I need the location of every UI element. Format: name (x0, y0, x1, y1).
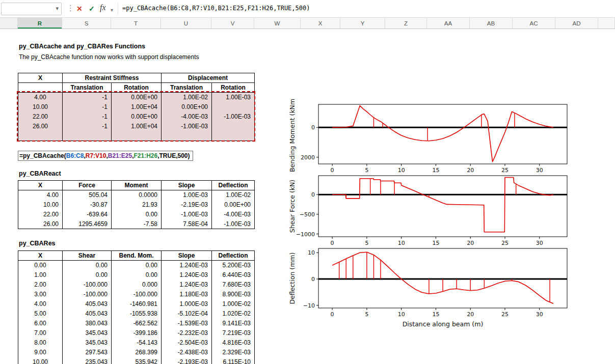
cell[interactable]: 1.240E-03 (162, 261, 212, 270)
cell[interactable]: -1055.938 (112, 309, 162, 319)
header-cell[interactable]: Rotation (212, 83, 255, 93)
cell[interactable]: -100.000 (63, 290, 112, 299)
column-header-t[interactable]: T (111, 18, 161, 29)
header-cell[interactable]: Force (63, 181, 112, 190)
cell[interactable]: 8.900E-03 (212, 290, 255, 299)
column-header-y[interactable]: Y (340, 18, 385, 29)
column-header-ac[interactable]: AC (513, 18, 555, 29)
column-header-w[interactable]: W (254, 18, 301, 29)
cell[interactable]: 1.240E-03 (162, 280, 212, 290)
cell[interactable]: 1.00 (18, 270, 63, 280)
column-header-z[interactable]: Z (385, 18, 427, 29)
cell[interactable]: -1.00E-03 (212, 112, 255, 122)
name-box-dropdown-icon[interactable]: ▾ (56, 5, 59, 12)
cell[interactable]: 380.043 (63, 319, 112, 328)
cell[interactable]: -100.000 (112, 290, 162, 299)
cell[interactable]: -2.504E-03 (162, 338, 212, 348)
cell[interactable]: 535.942 (112, 357, 162, 364)
header-cell[interactable]: Displacement (162, 73, 255, 83)
cell[interactable]: 4.00 (18, 299, 63, 309)
cell[interactable]: 405.043 (63, 299, 112, 309)
column-header-r[interactable]: R (18, 18, 62, 29)
worksheet[interactable]: py_CBAcache and py_CBARes Functions The … (0, 29, 615, 364)
cell[interactable]: 8.00 (18, 338, 63, 348)
cell[interactable]: 0.00 (112, 210, 162, 219)
header-cell[interactable]: Bend. Mom. (112, 251, 162, 261)
cell[interactable]: 5.200E-03 (212, 261, 255, 270)
cell[interactable] (212, 131, 255, 141)
cell[interactable]: -1460.981 (112, 299, 162, 309)
cell[interactable]: -5.102E-04 (162, 309, 212, 319)
column-header-x[interactable]: X (301, 18, 340, 29)
column-header-s[interactable]: S (62, 18, 111, 29)
cell[interactable]: 405.043 (63, 309, 112, 319)
cell[interactable]: 505.04 (63, 190, 112, 200)
insert-function-icon[interactable]: fx (100, 3, 106, 13)
header-cell[interactable]: X (18, 181, 63, 190)
cell[interactable]: -399.186 (112, 328, 162, 338)
cell[interactable]: 7.219E-03 (212, 328, 255, 338)
cell[interactable]: 10.00 (18, 102, 63, 112)
column-header-u[interactable]: U (161, 18, 211, 29)
cell[interactable]: -2.438E-03 (162, 348, 212, 357)
cell[interactable]: 2.329E-03 (212, 348, 255, 357)
cancel-icon[interactable]: ✕ (76, 4, 83, 14)
header-cell[interactable]: Deflection (212, 251, 255, 261)
beam-results-chart[interactable]: 02000051015202530Bending Moment (kNm)0−5… (285, 99, 596, 344)
cell[interactable]: -1.00E-03 (162, 122, 212, 131)
cell[interactable]: 1.00E-02 (212, 190, 255, 200)
column-header-ab[interactable]: AB (470, 18, 513, 29)
cell[interactable]: 1.020E-02 (212, 309, 255, 319)
cell[interactable]: -1 (63, 122, 112, 131)
cell[interactable]: 0.0000 (112, 190, 162, 200)
header-cell[interactable]: Restraint Stiffness (63, 73, 162, 83)
header-cell[interactable] (18, 83, 63, 93)
cell[interactable]: 0.00 (18, 261, 63, 270)
cell[interactable]: 5.00 (18, 309, 63, 319)
cell[interactable]: 26.00 (18, 219, 63, 229)
cell[interactable]: 4.00 (18, 190, 63, 200)
formula-bar-options-icon[interactable]: ⋮ (67, 3, 74, 13)
header-cell[interactable]: Translation (63, 83, 112, 93)
header-cell[interactable]: Shear (63, 251, 112, 261)
cell[interactable]: 1.00E+04 (112, 122, 162, 131)
cell[interactable]: 10.00 (18, 357, 63, 364)
cell[interactable]: 9.141E-03 (212, 319, 255, 328)
cell[interactable]: -4.00E-03 (212, 210, 255, 219)
cell[interactable]: 1.00E-03 (212, 93, 255, 102)
cell[interactable]: -30.87 (63, 200, 112, 210)
cell[interactable]: -1 (63, 102, 112, 112)
cell[interactable]: 10.00 (18, 200, 63, 210)
cell[interactable]: 4.816E-03 (212, 338, 255, 348)
cell[interactable]: 1.000E-03 (162, 299, 212, 309)
header-cell[interactable]: Moment (112, 181, 162, 190)
cell[interactable]: 7.00 (18, 328, 63, 338)
cell[interactable]: 297.543 (63, 348, 112, 357)
cell[interactable]: -2.232E-03 (162, 328, 212, 338)
enter-icon[interactable]: ✓ (89, 4, 95, 14)
cell[interactable]: 1.00E-02 (162, 93, 212, 102)
cell[interactable]: -2.19E-03 (162, 200, 212, 210)
cell[interactable]: 26.00 (18, 122, 63, 131)
cell[interactable]: 1295.4659 (63, 219, 112, 229)
header-cell[interactable]: Rotation (112, 83, 162, 93)
column-header-aa[interactable]: AA (427, 18, 470, 29)
cell[interactable] (212, 102, 255, 112)
cell[interactable]: 1.000E-02 (212, 299, 255, 309)
cell[interactable]: -1.00E-03 (212, 219, 255, 229)
cell[interactable]: 1.00E-03 (162, 190, 212, 200)
cell[interactable]: -1 (63, 93, 112, 102)
header-cell[interactable]: Slope (162, 251, 212, 261)
cell[interactable]: 2.00 (18, 280, 63, 290)
cell[interactable]: 3.00 (18, 290, 63, 299)
formula-input[interactable]: =py_CBAcache(B6:C8,R7:V10,B21:E25,F21:H2… (122, 5, 310, 12)
cell[interactable]: 6.440E-03 (212, 270, 255, 280)
cell[interactable]: 1.00E+04 (112, 102, 162, 112)
cell[interactable]: 268.399 (112, 348, 162, 357)
cell[interactable]: 235.043 (63, 357, 112, 364)
cell[interactable]: 4.00 (18, 93, 63, 102)
cell[interactable]: 0.00 (63, 270, 112, 280)
cell[interactable]: 0.00E+00 (112, 93, 162, 102)
cell[interactable]: -100.000 (63, 280, 112, 290)
cell[interactable]: 345.043 (63, 338, 112, 348)
